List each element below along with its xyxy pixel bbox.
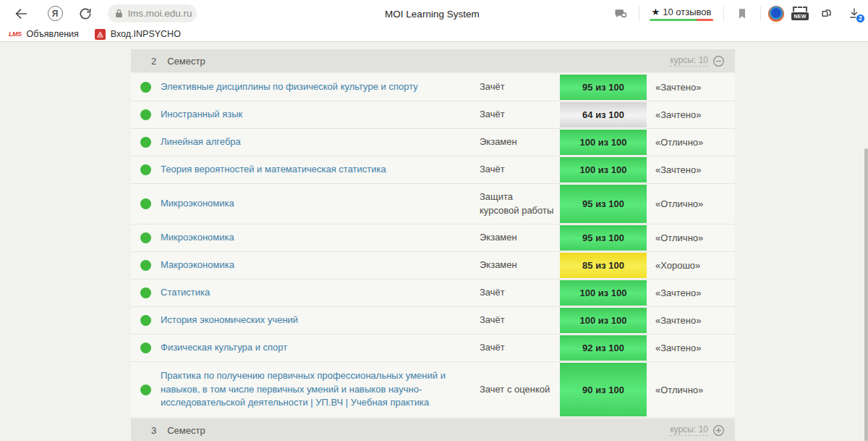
score-cell: 64 из 100 [560,101,647,128]
semester-label: Семестр [167,56,205,67]
address-bar[interactable]: lms.moi.edu.ru [108,4,197,22]
semester-number: 2 [151,56,156,67]
vertical-scrollbar-thumb[interactable] [864,148,868,441]
bookmark-item-announcements[interactable]: LMS Объявления [9,29,79,39]
score-badge: 92 из 100 [560,335,647,361]
score-cell: 100 из 100 [560,129,647,156]
grade-text: «Зачтено» [655,109,701,120]
score-badge: 85 из 100 [560,253,647,278]
star-icon: ★ [652,7,660,17]
grade-cell: «Отлично» [647,224,735,251]
reviews-button[interactable]: ★ 10 отзывов [647,7,716,21]
course-link[interactable]: Статистика [161,286,210,300]
status-cell [131,224,161,251]
grade-text: «Отлично» [655,137,703,148]
score-cell: 92 из 100 [560,335,647,361]
yandex-home-button[interactable]: Я [44,3,66,25]
table-row: Статистика Зачёт 100 из 100 «Зачтено» [131,280,735,307]
downloads-count-badge: 2 [856,14,865,23]
browser-toolbar: Я lms.moi.edu.ru MOI Learning System [0,0,868,27]
refresh-button[interactable] [75,3,96,25]
courses-count-link[interactable]: курсы: 10 [670,55,708,67]
course-name-cell: Практика по получению первичных професси… [161,362,480,417]
score-badge: 95 из 100 [560,185,647,223]
course-link[interactable]: Иностранный язык [161,108,242,122]
control-type-cell: Экзамен [480,129,560,156]
control-type-cell: Экзамен [480,252,560,279]
course-status-dot [140,260,151,271]
score-cell: 95 из 100 [560,224,647,251]
course-link[interactable]: Теория вероятностей и математическая ста… [161,163,386,177]
control-type: Зачёт [480,108,505,122]
collapse-semester-icon[interactable] [712,55,725,67]
semester-label: Семестр [167,425,205,436]
grade-text: «Зачтено» [655,164,701,175]
score-cell: 100 из 100 [560,280,647,306]
bookmark-label: Объявления [27,29,79,39]
course-link[interactable]: Практика по получению первичных професси… [161,369,465,411]
bookmarks-bar: LMS Объявления Вход.INPSYCHO [0,27,868,41]
score-badge: 100 из 100 [560,308,647,333]
control-type-cell: Зачёт [480,101,560,128]
grade-cell: «Зачтено» [647,156,735,183]
feedback-button[interactable] [610,3,631,25]
grade-text: «Отлично» [655,198,703,209]
grade-text: «Зачтено» [655,287,701,298]
table-row: Физическая культура и спорт Зачёт 92 из … [131,335,735,362]
score-cell: 100 из 100 [560,156,647,183]
course-status-dot [140,137,151,148]
grade-cell: «Зачтено» [647,335,735,361]
course-link[interactable]: Микроэкономика [161,197,234,211]
course-link[interactable]: История экономических учений [161,314,298,327]
status-cell [131,252,161,279]
table-row: Иностранный язык Зачёт 64 из 100 «Зачтен… [131,101,735,129]
bookmark-button[interactable] [731,3,753,25]
control-type-cell: Зачёт [480,74,560,101]
course-name-cell: Линейная алгебра [161,129,480,156]
score-badge: 90 из 100 [560,363,647,416]
screenshot-tool-icon[interactable]: NEW [791,7,809,20]
table-row: Линейная алгебра Экзамен 100 из 100 «Отл… [131,129,735,156]
page-title: MOI Learning System [385,8,480,19]
score-badge: 100 из 100 [560,157,647,182]
url-text: lms.moi.edu.ru [128,8,192,19]
toolbar-divider [639,6,639,21]
bookmark-item-inpsycho[interactable]: Вход.INPSYCHO [95,29,181,40]
downloads-button[interactable]: 2 [845,4,864,24]
courses-count-link[interactable]: курсы: 10 [670,424,708,436]
status-cell [131,335,161,361]
grade-text: «Отлично» [655,385,703,395]
bookmark-flag-icon [736,8,748,20]
score-cell: 95 из 100 [560,184,647,224]
grade-cell: «Зачтено» [647,101,735,128]
course-name-cell: Теория вероятностей и математическая ста… [161,156,480,183]
control-type-cell: Зачет с оценкой [480,362,560,417]
course-link[interactable]: Элективные дисциплины по физической куль… [161,80,418,94]
table-row: Микроэкономика Экзамен 95 из 100 «Отличн… [131,224,735,252]
status-cell [131,362,161,417]
score-cell: 95 из 100 [560,74,647,101]
control-type: Экзамен [480,135,517,149]
rating-bar [650,19,713,21]
score-cell: 85 из 100 [560,252,647,279]
collections-button[interactable] [816,3,838,25]
course-name-cell: Элективные дисциплины по физической куль… [161,74,480,101]
table-row: Элективные дисциплины по физической куль… [131,74,735,101]
status-cell [131,101,161,128]
grade-text: «Зачтено» [655,343,701,353]
control-type: Зачет с оценкой [480,383,550,397]
course-link[interactable]: Макроэкономика [161,259,234,272]
expand-semester-icon[interactable] [712,424,725,437]
course-name-cell: Статистика [161,280,480,306]
course-status-dot [140,343,151,353]
course-link[interactable]: Микроэкономика [161,231,234,245]
back-button[interactable] [10,3,32,25]
score-cell: 90 из 100 [560,362,647,417]
lms-page-content: 2 Семестр курсы: 10 Элективные дисциплин… [0,42,868,441]
toolbar-divider [723,6,724,21]
course-link[interactable]: Физическая культура и спорт [161,341,287,355]
extension-browser-icon[interactable] [768,6,784,22]
grade-cell: «Отлично» [647,184,735,224]
course-link[interactable]: Линейная алгебра [161,135,241,149]
score-badge: 64 из 100 [560,102,647,127]
